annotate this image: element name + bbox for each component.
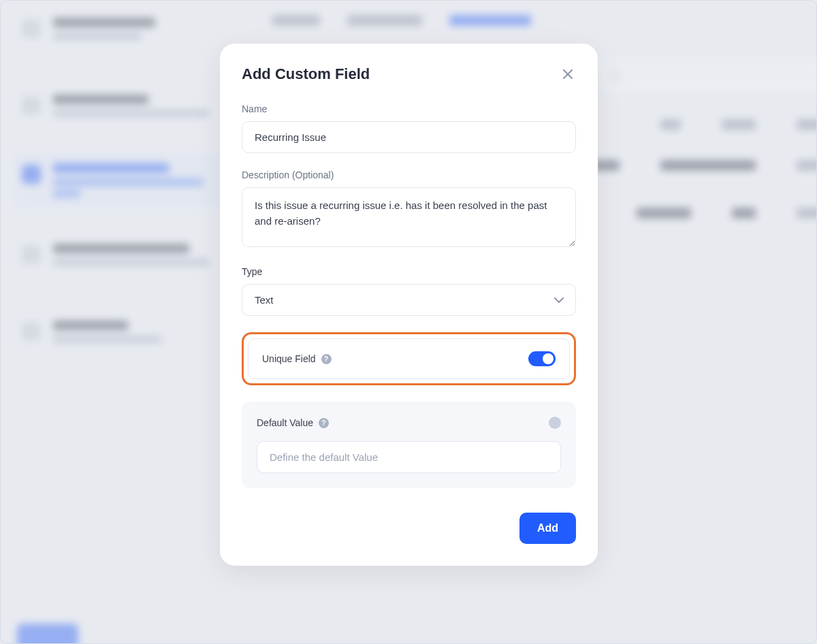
type-label: Type — [242, 266, 576, 277]
default-value-input[interactable] — [257, 441, 561, 473]
description-field-group: Description (Optional) Is this issue a r… — [242, 170, 576, 250]
unique-field-toggle[interactable] — [528, 351, 556, 366]
type-field-group: Type Text — [242, 266, 576, 316]
unique-field-label: Unique Field — [262, 353, 316, 364]
help-icon[interactable]: ? — [321, 354, 332, 364]
unique-field-label-wrap: Unique Field ? — [262, 353, 332, 364]
default-value-toggle[interactable] — [549, 417, 561, 429]
name-field-group: Name — [242, 103, 576, 153]
help-icon[interactable]: ? — [319, 418, 329, 428]
modal-header: Add Custom Field — [242, 65, 576, 83]
name-label: Name — [242, 103, 576, 114]
default-value-label-wrap: Default Value ? — [257, 417, 329, 428]
name-input[interactable] — [242, 121, 576, 153]
add-custom-field-modal: Add Custom Field Name Description (Optio… — [220, 44, 598, 566]
type-select[interactable]: Text — [242, 284, 576, 316]
default-value-label: Default Value — [257, 417, 313, 428]
unique-field-highlight: Unique Field ? — [242, 332, 576, 385]
close-button[interactable] — [560, 66, 576, 82]
default-value-card: Default Value ? — [242, 402, 576, 488]
description-textarea[interactable]: Is this issue a recurring issue i.e. has… — [242, 187, 576, 247]
close-icon — [563, 69, 573, 79]
modal-footer: Add — [242, 513, 576, 544]
add-button[interactable]: Add — [519, 513, 576, 544]
unique-field-card: Unique Field ? — [248, 338, 570, 379]
toggle-knob — [543, 353, 554, 364]
modal-title: Add Custom Field — [242, 65, 370, 83]
description-label: Description (Optional) — [242, 170, 576, 180]
default-value-header: Default Value ? — [257, 417, 561, 429]
